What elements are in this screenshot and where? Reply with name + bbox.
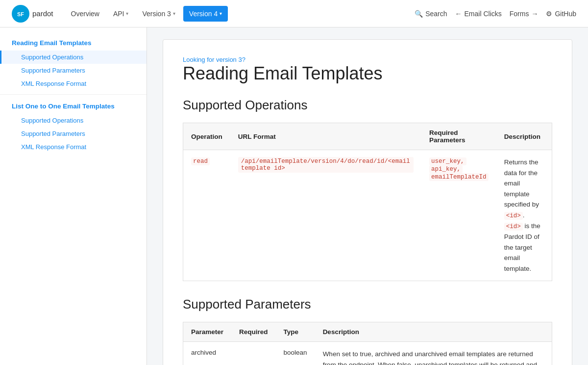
salesforce-logo: SF [12,5,29,23]
nav-version3[interactable]: Version 3 ▾ [136,6,181,22]
description-text: Returns the data for the email template … [504,158,540,272]
col-url-format: URL Format [230,123,421,150]
brand: SF pardot [12,5,53,23]
chevron-down-icon: ▾ [126,11,128,16]
parameter-name-cell: archived [183,342,232,365]
main-content: Looking for version 3? Reading Email Tem… [147,27,588,365]
nav-forms[interactable]: Forms → [510,10,539,18]
col-operation: Operation [183,123,230,150]
col-desc: Description [315,322,552,342]
page-title: Reading Email Templates [183,63,552,84]
nav-search[interactable]: 🔍 Search [415,10,447,18]
sidebar-divider [0,94,147,95]
nav-version4[interactable]: Version 4 ▾ [183,6,228,22]
col-required-params: Required Parameters [421,123,496,150]
sidebar-heading-list[interactable]: List One to One Email Templates [0,99,147,114]
sidebar-item-xml-response-2[interactable]: XML Response Format [0,140,147,154]
col-parameter: Parameter [183,322,232,342]
version-notice[interactable]: Looking for version 3? [183,56,245,63]
operations-table: Operation URL Format Required Parameters… [183,123,552,281]
arrow-right-icon: → [531,10,538,18]
sidebar: Reading Email Templates Supported Operat… [0,27,147,365]
svg-text:SF: SF [17,11,24,17]
nav-links: Overview API ▾ Version 3 ▾ Version 4 ▾ [65,6,415,22]
parameters-table-header-row: Parameter Required Type Description [183,322,552,342]
col-description: Description [496,123,552,150]
description-cell: Returns the data for the email template … [496,150,552,281]
chevron-down-icon: ▾ [220,11,222,16]
operation-value: read [191,157,210,165]
nav-api[interactable]: API ▾ [107,6,135,22]
table-row: read /api/emailTemplate/version/4/do/rea… [183,150,552,281]
type-cell: boolean [276,342,315,365]
supported-parameters-heading: Supported Parameters [183,297,552,312]
search-icon: 🔍 [415,10,423,18]
nav-overview[interactable]: Overview [65,6,105,22]
table-row: archived boolean When set to true, archi… [183,342,552,365]
sidebar-section-reading: Reading Email Templates Supported Operat… [0,35,147,90]
brand-text: pardot [32,9,53,18]
nav-email-clicks[interactable]: ← Email Clicks [455,10,502,18]
desc-cell: When set to true, archived and unarchive… [315,342,552,365]
nav-right: 🔍 Search ← Email Clicks Forms → ⚙ GitHub [415,10,576,18]
content-card: Looking for version 3? Reading Email Tem… [163,39,572,365]
sidebar-item-supported-operations-2[interactable]: Supported Operations [0,114,147,127]
required-params-cell: user_key, api_key, emailTemplateId [421,150,496,281]
arrow-left-icon: ← [455,10,462,18]
param-description: When set to true, archived and unarchive… [323,350,538,365]
param-api-key: api_key, [429,165,463,173]
param-email-template-id: emailTemplateId [429,173,489,181]
operations-table-header-row: Operation URL Format Required Parameters… [183,123,552,150]
github-icon: ⚙ [546,10,552,18]
sidebar-item-supported-parameters-2[interactable]: Supported Parameters [0,127,147,140]
nav-github[interactable]: ⚙ GitHub [546,10,576,18]
parameters-table: Parameter Required Type Description arch… [183,322,552,365]
url-format-cell: /api/emailTemplate/version/4/do/read/id/… [230,150,421,281]
url-format-value: /api/emailTemplate/version/4/do/read/id/… [238,157,414,173]
supported-operations-heading: Supported Operations [183,98,552,113]
sidebar-heading-reading[interactable]: Reading Email Templates [0,35,147,51]
required-cell [231,342,276,365]
col-required: Required [231,322,276,342]
col-type: Type [276,322,315,342]
layout: Reading Email Templates Supported Operat… [0,27,588,365]
navbar: SF pardot Overview API ▾ Version 3 ▾ Ver… [0,0,588,27]
id-code-1: <id> [504,212,523,220]
sidebar-item-xml-response-1[interactable]: XML Response Format [0,77,147,90]
param-user-key: user_key, [429,157,466,165]
id-code-2: <id> [504,223,523,231]
chevron-down-icon: ▾ [173,11,175,16]
sidebar-item-supported-operations-1[interactable]: Supported Operations [0,51,147,64]
sidebar-item-supported-parameters-1[interactable]: Supported Parameters [0,64,147,77]
operation-cell: read [183,150,230,281]
sidebar-section-list: List One to One Email Templates Supporte… [0,99,147,154]
